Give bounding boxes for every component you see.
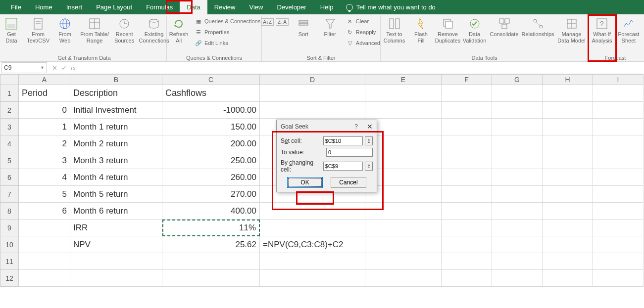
row-header[interactable]: 3: [0, 119, 19, 135]
cell-B10[interactable]: NPV: [70, 236, 162, 253]
cell-G6[interactable]: [492, 169, 543, 186]
fx-icon[interactable]: fx: [71, 64, 76, 72]
cell-A3[interactable]: 1: [19, 119, 70, 135]
cell-A4[interactable]: 2: [19, 135, 70, 152]
cell-A1[interactable]: Period: [19, 85, 70, 102]
cell-A6[interactable]: 4: [19, 169, 70, 186]
cell-D10[interactable]: =NPV(C9,C3:C8)+C2: [260, 236, 365, 253]
tab-home[interactable]: Home: [28, 0, 59, 14]
row-header[interactable]: 8: [0, 203, 19, 220]
help-icon[interactable]: ?: [354, 123, 358, 130]
cell-E9[interactable]: [365, 220, 442, 236]
cell-G3[interactable]: [492, 119, 543, 135]
cell-D12[interactable]: [260, 270, 365, 287]
cell-E2[interactable]: [365, 102, 442, 119]
cell-B1[interactable]: Description: [70, 85, 162, 102]
cell-F12[interactable]: [442, 270, 492, 287]
to-value-input[interactable]: [326, 148, 373, 157]
cell-I2[interactable]: [593, 102, 644, 119]
cell-G1[interactable]: [492, 85, 543, 102]
cell-F10[interactable]: [442, 236, 492, 253]
cell-C3[interactable]: 150.00: [162, 119, 260, 135]
cell-D8[interactable]: [260, 203, 365, 220]
get-data-button[interactable]: Get Data: [0, 16, 23, 44]
queries-connections-button[interactable]: ▦Queries & Connections: [194, 16, 261, 26]
cell-F9[interactable]: [442, 220, 492, 236]
data-validation-button[interactable]: Data Validation: [463, 16, 487, 44]
remove-duplicates-button[interactable]: Remove Duplicates: [436, 16, 460, 44]
tab-file[interactable]: File: [4, 0, 28, 14]
cell-D1[interactable]: [260, 85, 365, 102]
col-header-H[interactable]: H: [543, 74, 593, 85]
sort-za-button[interactable]: Z↓A: [276, 18, 289, 26]
cell-H2[interactable]: [543, 102, 593, 119]
cell-I1[interactable]: [593, 85, 644, 102]
cancel-entry-icon[interactable]: ✕: [52, 64, 57, 72]
cell-C8[interactable]: 400.00: [162, 203, 260, 220]
cell-H12[interactable]: [543, 270, 593, 287]
cell-G8[interactable]: [492, 203, 543, 220]
tab-help[interactable]: Help: [313, 0, 341, 14]
ref-picker-icon[interactable]: ↥: [365, 162, 373, 171]
cell-G7[interactable]: [492, 186, 543, 203]
set-cell-input[interactable]: [323, 136, 363, 145]
cell-A5[interactable]: 3: [19, 152, 70, 169]
sort-button[interactable]: Sort: [292, 16, 315, 38]
cell-H7[interactable]: [543, 186, 593, 203]
cell-C12[interactable]: [162, 270, 260, 287]
cell-B4[interactable]: Month 2 return: [70, 135, 162, 152]
cell-E8[interactable]: [365, 203, 442, 220]
cell-D9[interactable]: [260, 220, 365, 236]
cell-F4[interactable]: [442, 135, 492, 152]
tab-pagelayout[interactable]: Page Layout: [89, 0, 139, 14]
sort-az-button[interactable]: A↓Z: [261, 18, 274, 26]
cell-D11[interactable]: [260, 253, 365, 270]
cell-I3[interactable]: [593, 119, 644, 135]
advanced-button[interactable]: ▽Advanced: [345, 38, 381, 48]
cell-H5[interactable]: [543, 152, 593, 169]
from-web-button[interactable]: From Web: [53, 16, 77, 44]
tab-review[interactable]: Review: [207, 0, 243, 14]
cell-H9[interactable]: [543, 220, 593, 236]
cell-I5[interactable]: [593, 152, 644, 169]
cell-I4[interactable]: [593, 135, 644, 152]
reapply-button[interactable]: ↻Reapply: [345, 27, 381, 37]
refresh-all-button[interactable]: Refresh All: [167, 16, 191, 44]
cell-I8[interactable]: [593, 203, 644, 220]
cell-H4[interactable]: [543, 135, 593, 152]
cell-G10[interactable]: [492, 236, 543, 253]
cancel-button[interactable]: Cancel: [331, 177, 366, 188]
cell-I9[interactable]: [593, 220, 644, 236]
cell-A2[interactable]: 0: [19, 102, 70, 119]
flash-fill-button[interactable]: Flash Fill: [409, 16, 433, 44]
cell-G2[interactable]: [492, 102, 543, 119]
whatif-analysis-button[interactable]: ?What-If Analysis: [590, 16, 614, 44]
cell-A11[interactable]: [19, 253, 70, 270]
forecast-sheet-button[interactable]: Forecast Sheet: [617, 16, 641, 44]
cell-A9[interactable]: [19, 220, 70, 236]
relationships-button[interactable]: Relationships: [522, 16, 554, 38]
col-header-F[interactable]: F: [442, 74, 492, 85]
cell-B5[interactable]: Month 3 return: [70, 152, 162, 169]
cell-F5[interactable]: [442, 152, 492, 169]
cell-C11[interactable]: [162, 253, 260, 270]
formula-input[interactable]: [81, 62, 644, 73]
cell-E10[interactable]: [365, 236, 442, 253]
cell-C10[interactable]: 25.62: [162, 236, 260, 253]
row-header[interactable]: 9: [0, 220, 19, 236]
cell-B8[interactable]: Month 6 return: [70, 203, 162, 220]
properties-button[interactable]: ☰Properties: [194, 27, 261, 37]
chevron-down-icon[interactable]: ▼: [40, 65, 45, 70]
row-header[interactable]: 5: [0, 152, 19, 169]
col-header-B[interactable]: B: [70, 74, 162, 85]
col-header-I[interactable]: I: [593, 74, 644, 85]
row-header[interactable]: 10: [0, 236, 19, 253]
col-header-E[interactable]: E: [365, 74, 442, 85]
cell-H1[interactable]: [543, 85, 593, 102]
row-header[interactable]: 2: [0, 102, 19, 119]
cell-C6[interactable]: 260.00: [162, 169, 260, 186]
name-box[interactable]: C9 ▼: [1, 62, 47, 73]
cell-A12[interactable]: [19, 270, 70, 287]
col-header-D[interactable]: D: [260, 74, 365, 85]
cell-B6[interactable]: Month 4 return: [70, 169, 162, 186]
